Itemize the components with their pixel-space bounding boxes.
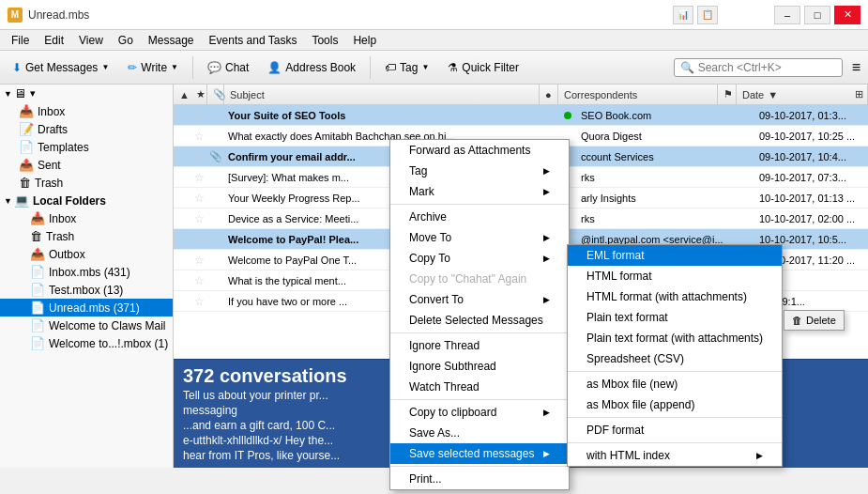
delete-popup-icon: 🗑 — [792, 315, 802, 326]
context-menu-item-copy-clipboard[interactable]: Copy to clipboard ▶ — [390, 402, 569, 423]
hamburger-menu[interactable]: ≡ — [848, 55, 864, 80]
address-book-button[interactable]: 👤 Address Book — [259, 56, 364, 79]
submenu-item-plain-text[interactable]: Plain text format — [568, 307, 782, 328]
search-box[interactable]: 🔍 — [674, 58, 843, 77]
maximize-button[interactable]: □ — [804, 6, 830, 24]
separator-4 — [390, 466, 569, 467]
table-row[interactable]: ☆ Your Suite of SEO Tools SEO Book.com 0… — [174, 105, 868, 126]
submenu-item-eml[interactable]: EML format — [568, 245, 782, 266]
unread-col-header[interactable]: ● — [540, 85, 558, 104]
context-menu-item-ignore-thread[interactable]: Ignore Thread — [390, 335, 569, 356]
menu-tools[interactable]: Tools — [304, 32, 345, 49]
context-menu-item-archive[interactable]: Archive — [390, 207, 569, 227]
context-menu-item-tag[interactable]: Tag ▶ — [390, 161, 569, 181]
sidebar-item-sent[interactable]: 📤 Sent — [0, 156, 173, 174]
write-button[interactable]: ✏ Write ▼ — [119, 56, 187, 79]
context-menu-item-copy-chahat[interactable]: Copy to "Chahat" Again — [390, 269, 569, 289]
get-messages-button[interactable]: ⬇ Get Messages ▼ — [4, 56, 117, 79]
context-menu-item-watch[interactable]: Watch Thread — [390, 377, 569, 397]
star-cell[interactable]: ☆ — [190, 192, 207, 205]
context-menu-item-forward[interactable]: Forward as Attachments — [390, 140, 569, 161]
tag-button[interactable]: 🏷 Tag ▼ — [376, 56, 437, 79]
star-cell[interactable]: ☆ — [190, 150, 207, 163]
context-menu-item-print[interactable]: Print... — [390, 469, 569, 489]
submenu-item-csv[interactable]: Spreadsheet (CSV) — [568, 348, 782, 369]
menu-go[interactable]: Go — [111, 32, 141, 49]
close-button[interactable]: ✕ — [834, 6, 860, 24]
menu-help[interactable]: Help — [345, 32, 384, 49]
inbox-icon: 📥 — [19, 104, 34, 118]
quick-filter-button[interactable]: ⚗ Quick Filter — [439, 56, 527, 79]
submenu-arrow-convert: ▶ — [543, 295, 550, 304]
correspondent-cell: Quora Digest — [577, 131, 737, 142]
app-icon: M — [8, 8, 23, 23]
submenu-item-mbox-new[interactable]: as Mbox file (new) — [568, 374, 782, 394]
expand-col-header[interactable]: ⊞ — [849, 85, 868, 104]
submenu-item-html-attach[interactable]: HTML format (with attachments) — [568, 286, 782, 307]
account-label: ▾ — [30, 87, 36, 100]
star-cell[interactable]: ☆ — [190, 274, 207, 287]
context-menu-item-convert[interactable]: Convert To ▶ — [390, 289, 569, 310]
sidebar-item-drafts[interactable]: 📝 Drafts — [0, 120, 173, 138]
sidebar-item-welcome-mbox[interactable]: 📄 Welcome to...!.mbox (1) — [0, 334, 173, 352]
menu-edit[interactable]: Edit — [37, 32, 71, 49]
star-cell[interactable]: ☆ — [190, 295, 207, 308]
star-cell[interactable]: ☆ — [190, 254, 207, 267]
date-col-header[interactable]: Date ▼ — [737, 85, 849, 104]
icon-btn-1[interactable]: 📊 — [673, 6, 693, 24]
menu-view[interactable]: View — [71, 32, 111, 49]
context-menu-item-save-selected[interactable]: Save selected messages ▶ — [390, 443, 569, 464]
sidebar-item-inbox[interactable]: 📥 Inbox — [0, 102, 173, 120]
submenu-arrow-copy: ▶ — [543, 254, 550, 263]
sidebar-item-outbox[interactable]: 📤 Outbox — [0, 245, 173, 263]
write-icon: ✏ — [128, 61, 137, 74]
star-cell[interactable]: ☆ — [190, 233, 207, 246]
sidebar-item-templates[interactable]: 📄 Templates — [0, 138, 173, 156]
context-menu-item-save-as[interactable]: Save As... — [390, 423, 569, 443]
unread-cell — [558, 112, 577, 119]
star-cell[interactable]: ☆ — [190, 171, 207, 184]
sidebar-item-trash[interactable]: 🗑 Trash — [0, 174, 173, 192]
icon-btn-2[interactable]: 📋 — [697, 6, 718, 24]
star-cell[interactable]: ☆ — [190, 212, 207, 225]
context-menu-item-ignore-subthread[interactable]: Ignore Subthread — [390, 356, 569, 377]
sidebar-item-local-folders[interactable]: ▼ 💻 Local Folders — [0, 192, 173, 209]
separator-1 — [192, 56, 193, 79]
sidebar-item-welcome-claws[interactable]: 📄 Welcome to Claws Mail — [0, 316, 173, 334]
attach-col-header[interactable]: 📎 — [207, 85, 224, 104]
local-folders-label: Local Folders — [33, 194, 106, 208]
submenu-item-html-index[interactable]: with HTML index ▶ — [568, 445, 782, 466]
inbox-label: Inbox — [38, 105, 65, 118]
sidebar-item-test-mbox[interactable]: 📄 Test.mbox (13) — [0, 281, 173, 299]
star-col-header[interactable]: ★ — [190, 85, 207, 104]
submenu-item-plain-text-attach[interactable]: Plain text format (with attachments) — [568, 328, 782, 348]
delete-popup[interactable]: 🗑 Delete — [784, 310, 845, 331]
sidebar-item-local-trash[interactable]: 🗑 Trash — [0, 227, 173, 245]
context-menu: Forward as Attachments Tag ▶ Mark ▶ Arch… — [389, 139, 570, 490]
context-menu-item-move-to[interactable]: Move To ▶ — [390, 227, 569, 248]
star-cell[interactable]: ☆ — [190, 109, 207, 122]
submenu-item-mbox-append[interactable]: as Mbox file (append) — [568, 394, 782, 415]
search-input[interactable] — [698, 61, 839, 74]
subject-col-header[interactable]: Subject — [224, 85, 540, 104]
menu-events-tasks[interactable]: Events and Tasks — [202, 32, 305, 49]
sidebar-item-unread-mbs[interactable]: 📄 Unread.mbs (371) — [0, 299, 173, 316]
welcome-claws-icon: 📄 — [30, 318, 45, 332]
write-dropdown-arrow: ▼ — [171, 63, 178, 71]
minimize-button[interactable]: – — [774, 6, 800, 24]
sort-col-header[interactable]: ▲ — [174, 85, 190, 104]
star-cell[interactable]: ☆ — [190, 130, 207, 143]
context-menu-item-copy-to[interactable]: Copy To ▶ — [390, 248, 569, 269]
context-menu-item-delete[interactable]: Delete Selected Messages — [390, 310, 569, 331]
sidebar-item-local-inbox[interactable]: 📥 Inbox — [0, 209, 173, 227]
menu-message[interactable]: Message — [141, 32, 202, 49]
chat-button[interactable]: 💬 Chat — [199, 56, 257, 79]
sidebar-account-root[interactable]: ▼ 🖥 ▾ — [0, 85, 173, 102]
submenu-item-pdf[interactable]: PDF format — [568, 420, 782, 440]
menu-file[interactable]: File — [4, 32, 37, 49]
correspondents-col-header[interactable]: Correspondents — [558, 85, 718, 104]
submenu-item-html[interactable]: HTML format — [568, 266, 782, 286]
sidebar-item-inbox-mbs[interactable]: 📄 Inbox.mbs (431) — [0, 263, 173, 281]
context-menu-item-mark[interactable]: Mark ▶ — [390, 181, 569, 202]
junk-col-header[interactable]: ⚑ — [718, 85, 737, 104]
